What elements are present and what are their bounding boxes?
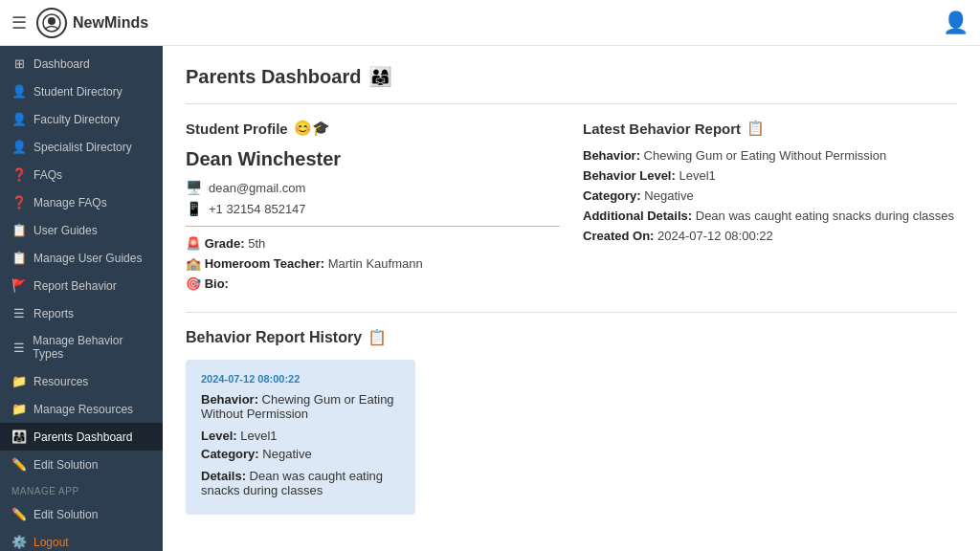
sidebar-item-manage-behavior-types[interactable]: ☰ Manage Behavior Types (0, 327, 163, 367)
email-value: dean@gmail.com (209, 181, 305, 195)
sidebar-label-manage-behavior-types: Manage Behavior Types (33, 334, 151, 361)
card-level-value: Level1 (240, 429, 277, 443)
phone-row: 📱 +1 32154 852147 (186, 201, 560, 216)
grade-label: Grade: (205, 236, 245, 251)
page-title: Parents Dashboard 👨‍👩‍👧 (186, 65, 957, 88)
behavior-history-section: Behavior Report History 📋 2024-07-12 08:… (186, 328, 957, 515)
report-created-label: Created On: (583, 229, 654, 243)
sidebar-label-manage-resources: Manage Resources (33, 403, 133, 416)
report-level-value: Level1 (679, 168, 715, 183)
card-category-row: Category: Negative (201, 447, 400, 461)
sidebar-label-dashboard: Dashboard (33, 57, 90, 71)
sidebar-item-manage-faqs[interactable]: ❓ Manage FAQs (0, 188, 163, 216)
grade-emoji: 🚨 (186, 236, 201, 251)
resources-icon: 📁 (11, 374, 27, 388)
report-level-label: Behavior Level: (583, 168, 676, 183)
card-category-label: Category: (201, 447, 259, 461)
main-content: Parents Dashboard 👨‍👩‍👧 Student Profile … (163, 46, 980, 551)
user-guides-icon: 📋 (11, 223, 27, 237)
page-title-text: Parents Dashboard (186, 66, 361, 88)
homeroom-label: Homeroom Teacher: (205, 256, 324, 271)
mid-divider (186, 312, 957, 313)
sidebar-label-report-behavior: Report Behavior (33, 279, 117, 293)
sidebar-label-edit-solution: Edit Solution (33, 458, 98, 472)
student-profile-section: Student Profile 😊🎓 Dean Winchester 🖥️ de… (186, 120, 560, 297)
card-level-row: Level: Level1 (201, 429, 400, 443)
dashboard-icon: ⊞ (11, 56, 27, 71)
report-category-label: Category: (583, 188, 641, 203)
two-col-section: Student Profile 😊🎓 Dean Winchester 🖥️ de… (186, 120, 957, 297)
sidebar-item-user-guides[interactable]: 📋 User Guides (0, 216, 163, 244)
sidebar-item-resources[interactable]: 📁 Resources (0, 367, 163, 395)
report-category-value: Negative (644, 188, 693, 203)
sidebar-item-parents-dashboard[interactable]: 👨‍👩‍👧 Parents Dashboard (0, 423, 163, 451)
manage-app-section-label: Manage App (0, 478, 163, 500)
sidebar-item-logout[interactable]: ⚙️ Logout (0, 528, 163, 551)
top-bar: ☰ NewMinds 👤 (0, 0, 980, 46)
grade-value: 5th (248, 236, 265, 251)
sidebar-label-reports: Reports (33, 307, 74, 320)
sidebar-item-specialist-directory[interactable]: 👤 Specialist Directory (0, 133, 163, 161)
top-bar-left: ☰ NewMinds (11, 8, 148, 38)
phone-value: +1 32154 852147 (209, 202, 306, 216)
sidebar-item-student-directory[interactable]: 👤 Student Directory (0, 77, 163, 105)
sidebar-label-parents-dashboard: Parents Dashboard (33, 430, 132, 444)
card-details-row: Details: Dean was caught eating snacks d… (201, 469, 400, 497)
reports-icon: ☰ (11, 306, 27, 320)
homeroom-row: 🏫 Homeroom Teacher: Martin Kaufmann (186, 256, 560, 271)
logo-icon (36, 8, 67, 38)
sidebar-item-reports[interactable]: ☰ Reports (0, 299, 163, 327)
user-profile-icon[interactable]: 👤 (943, 11, 969, 35)
layout: ⊞ Dashboard 👤 Student Directory 👤 Facult… (0, 46, 980, 551)
sidebar-item-faqs[interactable]: ❓ FAQs (0, 161, 163, 188)
report-behavior-value: Chewing Gum or Eating Without Permission (644, 148, 887, 163)
sidebar-item-manage-user-guides[interactable]: 📋 Manage User Guides (0, 244, 163, 272)
profile-divider (186, 226, 560, 227)
card-behavior-row: Behavior: Chewing Gum or Eating Without … (201, 392, 400, 421)
page-title-emoji: 👨‍👩‍👧 (368, 65, 392, 88)
student-directory-icon: 👤 (11, 84, 27, 99)
sidebar-item-faculty-directory[interactable]: 👤 Faculty Directory (0, 105, 163, 133)
email-row: 🖥️ dean@gmail.com (186, 180, 560, 195)
top-divider (186, 103, 957, 104)
edit-solution-2-icon: ✏️ (11, 507, 27, 521)
email-icon: 🖥️ (186, 180, 202, 195)
report-behavior-label: Behavior: (583, 148, 640, 163)
grade-row: 🚨 Grade: 5th (186, 236, 560, 251)
report-additional-row: Additional Details: Dean was caught eati… (583, 209, 957, 223)
svg-point-1 (48, 17, 56, 25)
sidebar: ⊞ Dashboard 👤 Student Directory 👤 Facult… (0, 46, 163, 551)
homeroom-emoji: 🏫 (186, 256, 201, 271)
card-category-value: Negative (262, 447, 311, 461)
sidebar-item-manage-resources[interactable]: 📁 Manage Resources (0, 395, 163, 423)
history-title: Behavior Report History 📋 (186, 328, 957, 346)
logo-text: NewMinds (73, 14, 148, 32)
report-level-row: Behavior Level: Level1 (583, 168, 957, 183)
faqs-icon: ❓ (11, 167, 27, 182)
card-level-label: Level: (201, 429, 237, 443)
report-additional-label: Additional Details: (583, 209, 692, 223)
manage-user-guides-icon: 📋 (11, 251, 27, 265)
parents-dashboard-icon: 👨‍👩‍👧 (11, 430, 27, 444)
phone-icon: 📱 (186, 201, 202, 216)
latest-report-title: Latest Behavior Report 📋 (583, 120, 957, 137)
report-category-row: Category: Negative (583, 188, 957, 203)
bio-emoji: 🎯 (186, 276, 201, 291)
sidebar-item-edit-solution[interactable]: ✏️ Edit Solution (0, 451, 163, 478)
report-created-value: 2024-07-12 08:00:22 (657, 229, 773, 243)
sidebar-item-report-behavior[interactable]: 🚩 Report Behavior (0, 272, 163, 299)
sidebar-label-manage-faqs: Manage FAQs (33, 196, 107, 209)
card-behavior-label: Behavior: (201, 392, 258, 407)
card-details-label: Details: (201, 469, 246, 483)
behavior-card: 2024-07-12 08:00:22 Behavior: Chewing Gu… (186, 360, 415, 515)
sidebar-item-edit-solution-2[interactable]: ✏️ Edit Solution (0, 500, 163, 528)
report-behavior-icon: 🚩 (11, 278, 27, 293)
edit-solution-icon: ✏️ (11, 457, 27, 472)
sidebar-label-student-directory: Student Directory (33, 85, 122, 99)
hamburger-menu[interactable]: ☰ (11, 12, 27, 33)
bio-label: Bio: (205, 276, 229, 291)
bio-row: 🎯 Bio: (186, 276, 560, 291)
sidebar-item-dashboard[interactable]: ⊞ Dashboard (0, 50, 163, 77)
homeroom-value: Martin Kaufmann (328, 256, 423, 271)
report-additional-value: Dean was caught eating snacks during cla… (696, 209, 954, 223)
